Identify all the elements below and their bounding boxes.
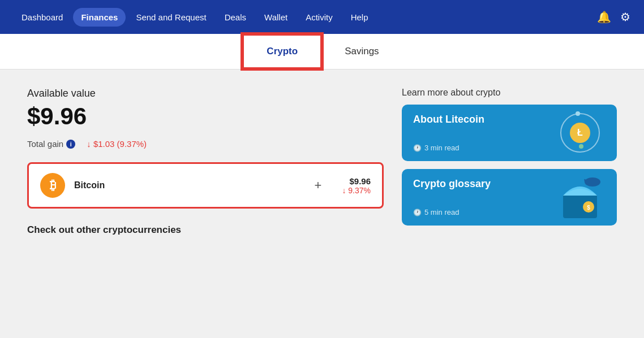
about-litecoin-card[interactable]: About Litecoin 🕐 3 min read Ł [402, 105, 617, 161]
learn-title: Learn more about crypto [402, 88, 617, 98]
clock-icon: 🕐 [413, 144, 422, 152]
nav-items: Dashboard Finances Send and Request Deal… [14, 8, 597, 27]
nav-item-deals[interactable]: Deals [217, 8, 254, 27]
tab-crypto[interactable]: Crypto [242, 34, 322, 69]
nav-item-finances[interactable]: Finances [73, 8, 126, 27]
bitcoin-pct-change: ↓ 9.37% [342, 186, 371, 195]
clock-icon-2: 🕐 [413, 209, 422, 216]
litecoin-graphic: Ł [552, 110, 608, 155]
svg-point-1 [585, 177, 600, 187]
available-value-label: Available value [27, 88, 384, 99]
nav-item-activity[interactable]: Activity [298, 8, 341, 27]
about-litecoin-read-time: 🕐 3 min read [413, 144, 532, 152]
about-litecoin-card-text: About Litecoin 🕐 3 min read [402, 105, 543, 161]
total-gain-value: ↓ $1.03 (9.37%) [87, 139, 147, 149]
nav-icon-group: 🔔 ⚙ [597, 10, 630, 24]
settings-gear-icon[interactable]: ⚙ [620, 10, 630, 24]
bitcoin-usd-value: $9.96 [342, 176, 371, 186]
litecoin-coin-icon: Ł [570, 123, 590, 143]
about-litecoin-title: About Litecoin [413, 114, 532, 125]
total-gain-label: Total gain i [27, 139, 75, 149]
bitcoin-name: Bitcoin [74, 180, 306, 190]
svg-text:$: $ [587, 205, 590, 211]
tab-savings[interactable]: Savings [322, 34, 401, 69]
nav-item-help[interactable]: Help [343, 8, 376, 27]
nav-item-dashboard[interactable]: Dashboard [14, 8, 71, 27]
other-cryptos-label: Check out other cryptocurrencies [27, 224, 384, 236]
left-panel: Available value $9.96 Total gain i ↓ $1.… [27, 88, 384, 236]
crypto-glossary-title: Crypto glossary [413, 178, 532, 190]
orbit-dot-1 [576, 111, 580, 116]
right-panel: Learn more about crypto About Litecoin 🕐… [402, 88, 617, 236]
main-content: Available value $9.96 Total gain i ↓ $1.… [0, 70, 644, 254]
bitcoin-logo-icon: ₿ [40, 173, 65, 198]
litecoin-illustration: Ł [543, 105, 617, 161]
glossary-illustration: $ [543, 169, 617, 226]
bitcoin-values: $9.96 ↓ 9.37% [342, 176, 371, 195]
crypto-glossary-card-text: Crypto glossary 🕐 5 min read [402, 169, 543, 226]
crypto-glossary-card[interactable]: Crypto glossary 🕐 5 min read [402, 169, 617, 226]
nav-item-wallet[interactable]: Wallet [256, 8, 295, 27]
total-gain-row: Total gain i ↓ $1.03 (9.37%) [27, 139, 384, 149]
nav-item-send-request[interactable]: Send and Request [128, 8, 214, 27]
navigation: Dashboard Finances Send and Request Deal… [0, 0, 644, 34]
bitcoin-card[interactable]: ₿ Bitcoin + $9.96 ↓ 9.37% [27, 162, 384, 209]
orbit-dot-2 [579, 144, 583, 149]
bitcoin-add-icon[interactable]: + [315, 178, 322, 193]
crypto-glossary-read-time: 🕐 5 min read [413, 208, 532, 216]
available-value-amount: $9.96 [27, 103, 384, 130]
total-gain-info-icon[interactable]: i [66, 140, 75, 149]
glossary-book-svg: $ [552, 172, 608, 223]
tabs-bar: Crypto Savings [0, 34, 644, 70]
notification-bell-icon[interactable]: 🔔 [597, 10, 611, 24]
